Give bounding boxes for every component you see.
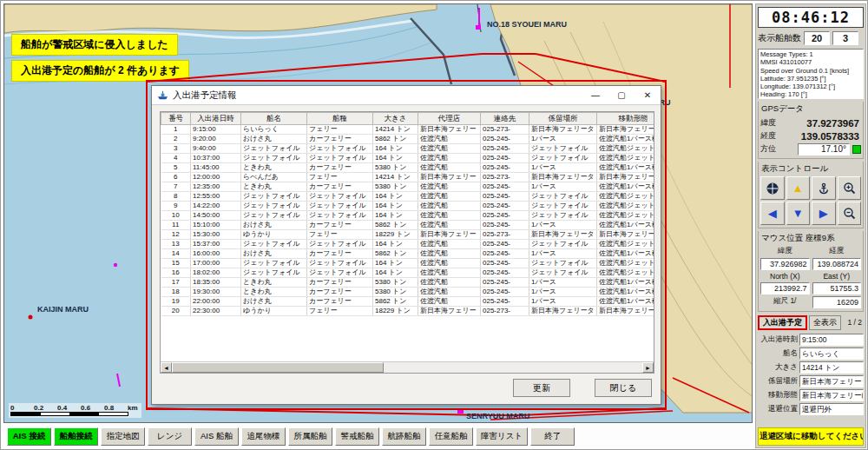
table-row[interactable]: 29:20:00おけさ丸カーフェリー5862 トン佐渡汽船025-245-1バー… xyxy=(161,135,655,144)
gps-lon-value: 139.0578333 xyxy=(801,131,861,142)
table-cell: 22:30:00 xyxy=(191,307,241,316)
detail-mooring-value: 新日本海フェリーター xyxy=(799,375,864,387)
table-cell: 025-245- xyxy=(481,221,529,230)
pan-right-icon[interactable]: ▶ xyxy=(812,202,836,225)
toolbar-button-所属船舶[interactable]: 所属船舶 xyxy=(288,427,332,446)
scalebar-unit: km xyxy=(128,404,138,412)
maximize-button[interactable]: ▢ xyxy=(608,86,635,104)
anchor-icon[interactable] xyxy=(812,176,836,200)
pan-down-icon[interactable]: ▼ xyxy=(786,202,811,225)
horizontal-scrollbar[interactable]: ◄ ► xyxy=(161,361,654,373)
table-cell: カーフェリー xyxy=(307,182,373,192)
table-cell: 18229 トン xyxy=(373,230,418,240)
table-row[interactable]: 511:45:00ときわ丸カーフェリー5380 トン佐渡汽船025-245-1バ… xyxy=(161,163,655,173)
table-cell: 佐渡汽船1バース移 xyxy=(597,221,655,230)
vessel-label-syouei-maru: NO.18 SYOUEI MARU xyxy=(487,20,567,29)
table-row[interactable]: 612:00:00らべんだあフェリー14214 トン新日本海フェリー025-27… xyxy=(161,173,655,182)
dialog-titlebar[interactable]: 入出港予定情報 — ▢ ✕ xyxy=(152,86,661,105)
schedule-table-body: 19:15:00らいらっくフェリー14214 トン新日本海フェリー025-273… xyxy=(161,125,655,316)
table-row[interactable]: 914:22:00ジェットフォイルジェットフォイル164 トン佐渡汽船025-2… xyxy=(161,202,655,211)
scroll-left-icon[interactable]: ◄ xyxy=(161,362,172,373)
tab-schedule[interactable]: 入出港予定 xyxy=(758,315,807,330)
column-header[interactable]: 番号 xyxy=(161,113,191,125)
map-area[interactable]: 船舶が警戒区域に侵入しました 入出港予定の船舶が 2 件あります NO.18 S… xyxy=(3,3,753,423)
table-cell: 164 トン xyxy=(373,240,418,249)
toolbar-button-レンジ[interactable]: レンジ xyxy=(148,427,192,446)
schedule-dialog: 入出港予定情報 — ▢ ✕ 番号入出港日時船名船種大きさ代理店連絡先係留場所移動… xyxy=(151,85,661,405)
table-cell: 17:00:00 xyxy=(191,259,241,268)
table-cell: 新日本海フェリータ xyxy=(529,230,597,240)
dialog-close-button[interactable]: 閉じる xyxy=(595,379,652,397)
toolbar-button-警戒船舶[interactable]: 警戒船舶 xyxy=(335,427,379,446)
bottom-toolbar: AIS 接続船舶接続指定地図レンジAIS 船舶追尾物標所属船舶警戒船舶航跡船舶任… xyxy=(3,426,753,448)
column-header[interactable]: 移動形態 xyxy=(597,113,655,125)
update-button[interactable]: 更新 xyxy=(513,379,570,397)
table-cell: 佐渡汽船 xyxy=(418,268,481,278)
table-cell: カーフェリー xyxy=(307,221,373,230)
table-row[interactable]: 1922:00:00おけさ丸カーフェリー5862 トン佐渡汽船025-245-1… xyxy=(161,297,655,307)
table-row[interactable]: 1215:30:00ゆうかりフェリー18229 トン新日本海フェリー025-27… xyxy=(161,230,655,240)
table-row[interactable]: 812:55:00ジェットフォイルジェットフォイル164 トン佐渡汽船025-2… xyxy=(161,192,655,202)
scrollbar-thumb[interactable] xyxy=(172,362,384,373)
table-row[interactable]: 2022:30:00ゆうかりフェリー18229 トン新日本海フェリー025-27… xyxy=(161,307,655,316)
scroll-right-icon[interactable]: ► xyxy=(642,362,654,373)
schedule-table-panel: 番号入出港日時船名船種大きさ代理店連絡先係留場所移動形態 19:15:00らいら… xyxy=(160,111,654,374)
table-row[interactable]: 1014:50:00ジェットフォイルジェットフォイル164 トン佐渡汽船025-… xyxy=(161,211,655,221)
table-cell: ジェットフォイル xyxy=(241,144,307,154)
table-cell: 新日本海フェリー xyxy=(418,173,481,182)
vessel-count-secondary: 3 xyxy=(832,31,858,45)
column-header[interactable]: 入出港日時 xyxy=(191,113,241,125)
toolbar-button-障害リスト[interactable]: 障害リスト xyxy=(476,427,528,446)
table-row[interactable]: 1315:37:00ジェットフォイルジェットフォイル164 トン佐渡汽船025-… xyxy=(161,240,655,249)
table-cell: 新日本海フェリー xyxy=(418,230,481,240)
column-header[interactable]: 係留場所 xyxy=(529,113,597,125)
table-row[interactable]: 1517:00:00ジェットフォイルジェットフォイル164 トン佐渡汽船025-… xyxy=(161,259,655,268)
table-row[interactable]: 1718:35:00ときわ丸カーフェリー5380 トン佐渡汽船025-245-1… xyxy=(161,278,655,288)
table-cell: 12:35:00 xyxy=(191,182,241,192)
toolbar-button-航跡船舶[interactable]: 航跡船舶 xyxy=(382,427,426,446)
mouse-lat-label: 緯度 xyxy=(760,246,810,256)
toolbar-button-AIS 接続[interactable]: AIS 接続 xyxy=(7,427,51,446)
table-cell: カーフェリー xyxy=(307,288,373,297)
pan-left-icon[interactable]: ◀ xyxy=(760,202,785,225)
scalebar-tick: 0.2 xyxy=(34,404,57,412)
table-cell: 18 xyxy=(161,288,191,297)
tab-show-all[interactable]: 全表示 xyxy=(809,315,841,330)
table-cell: 14:22:00 xyxy=(191,202,241,211)
pan-up-icon[interactable]: ▲ xyxy=(786,176,811,200)
table-cell: 18:35:00 xyxy=(191,278,241,288)
table-row[interactable]: 1416:00:00おけさ丸カーフェリー5862 トン佐渡汽船025-245-1… xyxy=(161,249,655,259)
table-cell: 025-245- xyxy=(481,211,529,221)
table-cell: ときわ丸 xyxy=(241,163,307,173)
table-row[interactable]: 1115:10:00おけさ丸カーフェリー5862 トン佐渡汽船025-245-1… xyxy=(161,221,655,230)
zoom-out-icon[interactable] xyxy=(838,202,862,225)
minimize-button[interactable]: — xyxy=(582,86,608,104)
table-cell: 佐渡汽船ジェットフォイル xyxy=(597,259,655,268)
table-row[interactable]: 1618:02:00ジェットフォイルジェットフォイル164 トン佐渡汽船025-… xyxy=(161,268,655,278)
table-cell: 164 トン xyxy=(373,211,418,221)
column-header[interactable]: 連絡先 xyxy=(481,113,529,125)
toolbar-button-船舶接続[interactable]: 船舶接続 xyxy=(54,427,98,446)
map-scale-label: 縮尺 1/ xyxy=(760,296,810,308)
toolbar-button-任意船舶[interactable]: 任意船舶 xyxy=(429,427,473,446)
toolbar-button-終了[interactable]: 終了 xyxy=(530,427,575,446)
column-header[interactable]: 船名 xyxy=(241,113,307,125)
close-icon[interactable]: ✕ xyxy=(635,86,661,104)
column-header[interactable]: 船種 xyxy=(307,113,373,125)
zoom-in-icon[interactable] xyxy=(838,176,862,200)
vessel-label-senryuu-maru: SENRYUU MARU xyxy=(466,412,529,420)
table-row[interactable]: 39:40:00ジェットフォイルジェットフォイル164 トン佐渡汽船025-24… xyxy=(161,144,655,154)
table-row[interactable]: 712:35:00ときわ丸カーフェリー5380 トン佐渡汽船025-245-1バ… xyxy=(161,182,655,192)
toolbar-button-追尾物標[interactable]: 追尾物標 xyxy=(241,427,286,446)
table-row[interactable]: 19:15:00らいらっくフェリー14214 トン新日本海フェリー025-273… xyxy=(161,125,655,135)
scrollbar-track[interactable] xyxy=(172,362,642,373)
compass-icon[interactable] xyxy=(760,176,785,200)
table-cell: 佐渡汽船1バース移 xyxy=(597,249,655,259)
table-cell: 11 xyxy=(161,221,191,230)
table-row[interactable]: 410:37:00ジェットフォイルジェットフォイル164 トン佐渡汽船025-2… xyxy=(161,154,655,163)
column-header[interactable]: 代理店 xyxy=(418,113,481,125)
toolbar-button-AIS 船舶[interactable]: AIS 船舶 xyxy=(194,427,239,446)
toolbar-button-指定地図[interactable]: 指定地図 xyxy=(101,427,145,446)
column-header[interactable]: 大きさ xyxy=(373,113,418,125)
table-row[interactable]: 1819:30:00ときわ丸カーフェリー5380 トン佐渡汽船025-245-1… xyxy=(161,288,655,297)
